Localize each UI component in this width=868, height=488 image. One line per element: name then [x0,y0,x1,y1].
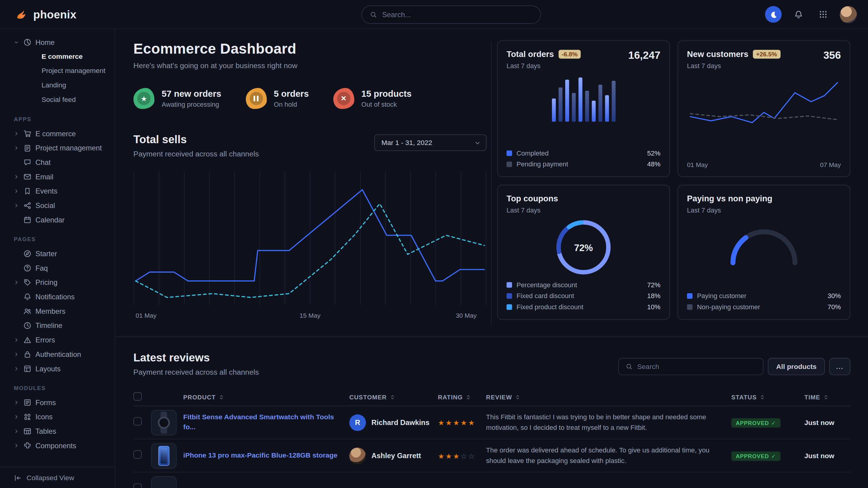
sidebar-item-errors[interactable]: Errors [0,332,115,347]
latest-reviews-section: Latest reviews Payment received across a… [116,337,868,488]
sidebar-item-e-commerce[interactable]: E commerce [0,126,115,140]
caret-right-icon [14,443,19,448]
x-tick: 01 May [687,162,708,168]
product-link[interactable]: iPhone 13 pro max-Pacific Blue-128GB sto… [183,451,349,460]
main-content: Ecommerce Dashboard Here's what's going … [116,29,868,488]
sidebar-subitem-e-commerce[interactable]: E commerce [0,49,115,64]
review-row: Fitbit Sense Advanced Smartwatch with To… [133,406,850,439]
search-icon [370,11,377,18]
sidebar-item-authentication[interactable]: Authentication [0,347,115,361]
sidebar-item-components[interactable]: Components [0,438,115,453]
status-badge: APPROVED ✓ [732,452,780,461]
total-orders-legend: Completed 52% Pending payment 48% [506,150,660,168]
sidebar-subitem-landing[interactable]: Landing [0,78,115,93]
sidebar-item-home[interactable]: Home [0,35,115,50]
stat-out-of-stock: × 15 products Out of stock [333,88,412,109]
sidebar-item-label: Layouts [35,364,61,373]
sidebar-item-icons[interactable]: Icons [0,409,115,424]
sidebar-item-events[interactable]: Events [0,184,115,198]
sidebar-item-project-management[interactable]: Project management [0,140,115,155]
card-title: New customers [687,49,749,59]
column-header-review[interactable]: REVIEW [486,394,732,400]
notifications-button[interactable] [790,6,806,23]
review-text: The order was delivered ahead of schedul… [486,446,732,466]
column-header-rating[interactable]: RATING [438,394,486,400]
sidebar-item-email[interactable]: Email [0,169,115,184]
product-thumbnail[interactable] [151,410,177,435]
bell-icon [23,292,32,301]
tag-icon [23,278,32,286]
bar [558,87,562,122]
search-icon [370,11,377,18]
sidebar-item-notifications[interactable]: Notifications [0,289,115,304]
bar [585,91,589,122]
legend-value: 30% [828,292,841,300]
sidebar-item-social[interactable]: Social [0,198,115,213]
dashboard-cards: Total orders -6.8% Last 7 days 16,247 Co… [497,40,850,336]
sidebar-item-tables[interactable]: Tables [0,424,115,438]
row-checkbox[interactable] [133,484,142,488]
search-icon [625,363,633,370]
customer-avatar [349,447,366,464]
lock-icon [23,350,32,358]
column-header-status[interactable]: STATUS [732,394,804,400]
row-checkbox[interactable] [133,417,142,426]
column-header-time[interactable]: TIME [804,394,850,400]
sidebar-subitem-project-management[interactable]: Project management [0,64,115,78]
nav-search-input[interactable] [382,10,533,19]
sidebar-item-chat[interactable]: Chat [0,155,115,169]
brand-name: phoenix [33,8,76,21]
apps-grid-button[interactable] [815,6,832,23]
sidebar-item-label: Components [35,441,76,450]
reviews-title: Latest reviews [133,352,259,364]
select-all-checkbox[interactable] [133,392,142,400]
legend-item-fixed-product-discount: Fixed product discount 10% [506,303,660,311]
sidebar-item-calendar[interactable]: Calendar [0,213,115,227]
brand-logo[interactable]: phoenix [14,7,76,22]
customer-cell: RRichard Dawkins [349,414,438,431]
page-title: Ecommerce Dashboard [133,40,487,58]
total-sells-header: Total sells Payment received across all … [133,133,487,158]
product-link[interactable]: Fitbit Sense Advanced Smartwatch with To… [183,413,349,432]
legend-value: 70% [828,303,841,311]
sidebar-item-starter[interactable]: Starter [0,246,115,261]
sidebar-item-label: Events [35,187,57,195]
column-header-customer[interactable]: CUSTOMER [349,394,438,400]
puzzle-icon [23,441,32,450]
sidebar-item-timeline[interactable]: Timeline [0,318,115,332]
top-coupons-legend: Percentage discount 72% Fixed card disco… [506,281,660,311]
date-range-select[interactable]: Mar 1 - 31, 2022 [374,134,487,151]
caret-right-icon [14,366,19,371]
sidebar-item-forms[interactable]: Forms [0,395,115,410]
stat-caption: Out of stock [361,100,411,108]
layout-icon [23,364,32,373]
sidebar-item-members[interactable]: Members [0,304,115,318]
legend-item-completed: Completed 52% [506,150,660,157]
new-customers-card: New customers +26.5% Last 7 days 356 01 … [678,40,850,177]
row-checkbox[interactable] [133,450,142,459]
donut-center-label: 72% [555,219,612,278]
legend-item-pending-payment: Pending payment 48% [506,160,660,168]
review-row: iPhone 13 pro max-Pacific Blue-128GB sto… [133,439,850,472]
all-products-button[interactable]: All products [768,358,825,375]
product-thumbnail[interactable] [151,443,177,468]
user-avatar[interactable] [840,6,857,23]
envelope-icon [23,172,32,181]
sidebar-item-pricing[interactable]: Pricing [0,275,115,289]
theme-toggle-button[interactable] [765,6,782,23]
reviews-search-input[interactable] [637,363,756,370]
product-thumbnail[interactable] [151,476,177,488]
sidebar-item-label: Icons [35,412,53,421]
sidebar-subitem-social-feed[interactable]: Social feed [0,93,115,107]
total-sells-x-axis: 01 May 15 May 30 May [133,312,487,321]
legend-item-paying-customer: Paying customer 30% [687,292,841,300]
collapse-icon [14,474,22,482]
column-header-product[interactable]: PRODUCT [183,394,349,400]
caret-right-icon [14,337,19,343]
paying-legend: Paying customer 30% Non-paying customer … [687,292,841,311]
more-options-button[interactable]: ... [829,358,850,375]
sidebar-item-faq[interactable]: Faq [0,261,115,275]
collapse-view-button[interactable]: Collapsed View [0,467,115,488]
stat-value: 57 new orders [162,89,221,99]
sidebar-item-layouts[interactable]: Layouts [0,361,115,376]
